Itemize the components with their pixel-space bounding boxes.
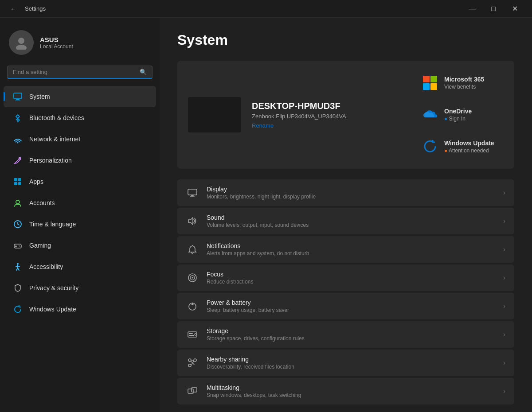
svg-point-35 [188, 364, 191, 367]
nav-time[interactable]: Time & language [4, 214, 156, 235]
network-icon [12, 134, 23, 144]
storage-chevron: › [503, 330, 505, 338]
nearby-text: Nearby sharing Discoverability, received… [207, 356, 495, 370]
nav-apps[interactable]: Apps [4, 171, 156, 192]
multitasking-title: Multitasking [207, 384, 495, 391]
nav-bluetooth[interactable]: Bluetooth & devices [4, 107, 156, 128]
nav-label-apps: Apps [29, 178, 43, 185]
device-thumbnail [188, 97, 241, 132]
device-card: DESKTOP-HPMUD3F Zenbook Flip UP3404VA_UP… [177, 61, 514, 169]
setting-focus[interactable]: Focus Reduce distractions › [177, 264, 514, 291]
page-title: System [177, 32, 514, 48]
user-profile[interactable]: ASUS Local Account [0, 25, 160, 64]
nav-update[interactable]: Windows Update [4, 299, 156, 320]
privacy-icon [12, 283, 23, 293]
winupdate-card-title: Windows Update [444, 140, 494, 147]
display-title: Display [207, 186, 495, 193]
storage-title: Storage [207, 327, 495, 334]
ms365-title: Microsoft 365 [444, 76, 484, 83]
nav-network[interactable]: Network & internet [4, 128, 156, 150]
user-info: ASUS Local Account [40, 36, 73, 50]
device-name: DESKTOP-HPMUD3F [252, 101, 404, 111]
user-type: Local Account [40, 43, 73, 50]
svg-point-15 [20, 246, 20, 247]
storage-subtitle: Storage space, drives, configuration rul… [207, 335, 495, 342]
nav-accounts[interactable]: Accounts [4, 192, 156, 214]
notifications-title: Notifications [207, 242, 495, 249]
close-button[interactable]: ✕ [505, 2, 525, 16]
onedrive-subtitle: ● Sign In [444, 116, 472, 122]
maximize-button[interactable]: □ [483, 2, 504, 16]
window-controls: — □ ✕ [462, 2, 525, 16]
svg-point-14 [19, 245, 20, 246]
system-icon [12, 91, 23, 102]
ms365-text: Microsoft 365 View benefits [444, 76, 484, 90]
display-icon [186, 187, 199, 199]
nav-label-network: Network & internet [29, 136, 80, 143]
setting-display[interactable]: Display Monitors, brightness, night ligh… [177, 179, 514, 206]
nav-label-accessibility: Accessibility [29, 263, 63, 270]
power-subtitle: Sleep, battery usage, battery saver [207, 307, 495, 313]
svg-rect-8 [18, 178, 21, 181]
svg-rect-21 [188, 189, 197, 195]
nav-accessibility[interactable]: Accessibility [4, 256, 156, 277]
svg-rect-4 [15, 100, 20, 101]
nav-label-privacy: Privacy & security [29, 284, 78, 292]
setting-nearby[interactable]: Nearby sharing Discoverability, received… [177, 350, 514, 376]
update-icon [12, 304, 23, 315]
setting-multitasking[interactable]: Multitasking Snap windows, desktops, tas… [177, 378, 514, 404]
nav-system[interactable]: System [4, 86, 156, 107]
setting-power[interactable]: Power & battery Sleep, battery usage, ba… [177, 293, 514, 319]
main-content: System DESKTOP-HPMUD3F Zenbook Flip UP34… [160, 18, 532, 412]
minimize-button[interactable]: — [462, 2, 482, 16]
search-box[interactable]: 🔍 [7, 66, 153, 79]
svg-point-32 [195, 334, 196, 335]
nearby-icon [186, 357, 199, 369]
winupdate-card-icon [422, 139, 438, 155]
display-text: Display Monitors, brightness, night ligh… [207, 186, 495, 200]
winupdate-text: Windows Update ● Attention needed [444, 140, 494, 154]
winupdate-card[interactable]: Windows Update ● Attention needed [415, 133, 504, 160]
nav-label-time: Time & language [29, 221, 76, 228]
nav-gaming[interactable]: Gaming [4, 235, 156, 256]
svg-point-5 [17, 142, 19, 144]
svg-rect-23 [190, 196, 195, 197]
svg-rect-30 [189, 333, 193, 334]
time-icon [12, 219, 23, 229]
svg-point-1 [16, 45, 27, 50]
setting-sound[interactable]: Sound Volume levels, output, input, soun… [177, 208, 514, 234]
app-title: Settings [25, 5, 46, 12]
svg-point-16 [17, 263, 19, 265]
search-input[interactable] [13, 69, 136, 75]
multitasking-chevron: › [503, 387, 505, 395]
nearby-subtitle: Discoverability, received files location [207, 364, 495, 370]
power-title: Power & battery [207, 299, 495, 306]
power-chevron: › [503, 302, 505, 310]
svg-point-34 [194, 359, 196, 361]
nav-label-personalization: Personalization [29, 157, 72, 164]
sidebar: ASUS Local Account 🔍 System [0, 18, 160, 412]
ms365-card[interactable]: Microsoft 365 View benefits [415, 70, 504, 96]
svg-point-0 [18, 38, 24, 44]
multitasking-icon [186, 385, 199, 397]
svg-rect-31 [189, 335, 194, 336]
svg-line-20 [18, 268, 19, 270]
nav-privacy[interactable]: Privacy & security [4, 277, 156, 299]
svg-point-27 [192, 277, 193, 279]
setting-notifications[interactable]: Notifications Alerts from apps and syste… [177, 236, 514, 263]
setting-storage[interactable]: Storage Storage space, drives, configura… [177, 321, 514, 348]
nav-label-update: Windows Update [29, 306, 76, 313]
svg-rect-2 [14, 93, 22, 99]
back-button[interactable]: ← [7, 3, 20, 15]
titlebar-left: ← Settings [7, 3, 46, 15]
sound-title: Sound [207, 214, 495, 221]
notifications-chevron: › [503, 245, 505, 253]
svg-rect-7 [14, 178, 17, 181]
storage-text: Storage Storage space, drives, configura… [207, 327, 495, 342]
gaming-icon [12, 240, 23, 251]
rename-button[interactable]: Rename [252, 122, 404, 129]
settings-list: Display Monitors, brightness, night ligh… [177, 179, 514, 404]
svg-rect-29 [188, 332, 197, 337]
onedrive-card[interactable]: OneDrive ● Sign In [415, 101, 504, 128]
nav-personalization[interactable]: Personalization [4, 150, 156, 171]
